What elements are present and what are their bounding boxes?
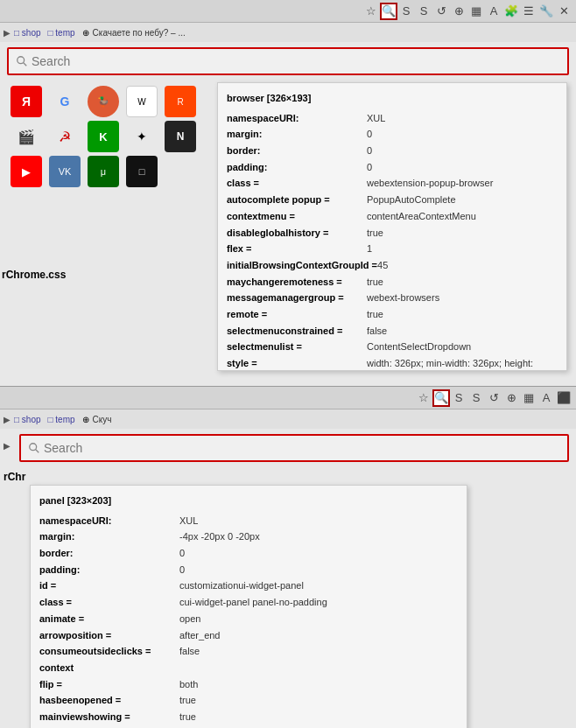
tooltip-title-bottom: panel [323×203]: [39, 493, 458, 509]
grid-icon[interactable]: ▦: [467, 3, 485, 20]
icon-reddit[interactable]: R: [165, 86, 196, 117]
icon-vk[interactable]: VK: [49, 156, 81, 187]
prop-namespaceURI-top: namespaceURI: XUL: [227, 110, 558, 127]
section-bottom: ▶ □ shop □ temp ⊕ Скуч ▶ rChr panel [323…: [0, 410, 576, 728]
prop-consumeoutsideclicks-bot: consumeoutsideclicks = false: [39, 643, 458, 660]
url-bar-bottom: ▶ □ shop □ temp ⊕ Скуч: [0, 410, 576, 429]
search-magnify-icon[interactable]: 🔍: [380, 3, 397, 20]
toolbar-top: ☆ 🔍 S S ↺ ⊕ ▦ A 🧩 ☰ 🔧 ✕: [0, 0, 576, 23]
prop-contextmenu-top: contextmenu = contentAreaContextMenu: [227, 208, 558, 225]
search-icon-bottom: [28, 442, 40, 454]
css-label-top: rChrome.css: [2, 269, 66, 281]
icon-soviet[interactable]: ☭: [49, 121, 81, 152]
globe-icon[interactable]: ⊕: [450, 3, 467, 20]
prop-selectmenulist-top: selectmenulist = ContentSelectDropdown: [227, 339, 558, 355]
prop-namespace-bot: namespaceURI: XUL: [39, 513, 458, 529]
prop-style-top: style = width: 326px; min-width: 326px; …: [227, 355, 558, 371]
prop-class-bot: class = cui-widget-panel panel-no-paddin…: [39, 594, 458, 611]
prop-border-top: border: 0: [227, 143, 558, 159]
css-label-bottom: rChr: [4, 471, 576, 483]
svg-point-0: [18, 57, 25, 64]
wrench-icon[interactable]: 🔧: [537, 3, 555, 20]
star-icon-bottom[interactable]: ☆: [415, 389, 432, 407]
tooltip-panel-top: browser [326×193] namespaceURI: XUL marg…: [217, 82, 567, 371]
icon-unknown2[interactable]: □: [126, 156, 158, 187]
toolbar-bottom: ☆ 🔍 S S ↺ ⊕ ▦ A ⬛: [0, 387, 576, 410]
icon-duckduckgo[interactable]: 🦆: [88, 86, 119, 117]
prop-mainviewshowing-bot: mainviewshowing = true: [39, 709, 458, 725]
url-text-top: Скачаете по небу? – ...: [93, 28, 186, 38]
icon-utorrent[interactable]: μ: [88, 156, 119, 187]
grid-icon-bottom[interactable]: ▦: [520, 389, 537, 407]
search-input-bottom[interactable]: [44, 441, 560, 455]
tooltip-panel-bottom: panel [323×203] namespaceURI: XUL margin…: [30, 485, 467, 728]
svg-line-1: [24, 63, 27, 66]
icon-wikipedia[interactable]: W: [126, 86, 158, 117]
icon-kaspersky[interactable]: K: [88, 121, 119, 152]
url-text-bottom: Скуч: [93, 415, 112, 424]
prop-margin-bot: margin: -4px -20px 0 -20px: [39, 528, 458, 545]
search-bar-top[interactable]: [7, 47, 569, 75]
search-input-top[interactable]: [32, 54, 560, 68]
s-icon-bottom-2[interactable]: S: [467, 389, 485, 407]
icon-unknown1[interactable]: N: [165, 121, 196, 152]
icon-youtube[interactable]: ▶: [11, 156, 42, 187]
url-bar-top: ▶ □ shop □ temp ⊕ Скачаете по небу? – ..…: [0, 23, 576, 42]
prop-hasbeenopened-bot: hasbeenopened = true: [39, 692, 458, 709]
prop-animate-bot: animate = open: [39, 611, 458, 627]
prop-arrowposition-bot: arrowposition = after_end: [39, 627, 458, 644]
puzzle-icon[interactable]: 🧩: [502, 3, 520, 20]
star-icon[interactable]: ☆: [362, 3, 380, 20]
prop-flip-bot: flip = both: [39, 676, 458, 693]
prop-messagemanager-top: messagemanagergroup = webext-browsers: [227, 290, 558, 306]
icon-multi[interactable]: ✦: [126, 121, 158, 152]
prop-flex-top: flex = 1: [227, 241, 558, 257]
prop-remote-top: remote = true: [227, 306, 558, 323]
search-icon-top: [16, 55, 28, 67]
prop-autocomplete-top: autocomplete popup = PopupAutoComplete: [227, 192, 558, 208]
menu-icon-bottom[interactable]: ⬛: [555, 389, 572, 407]
refresh-icon[interactable]: ↺: [432, 3, 450, 20]
prop-maychange-top: maychangeremoteness = true: [227, 274, 558, 290]
svg-line-3: [36, 450, 39, 453]
prop-id-bot: id = customizationui-widget-panel: [39, 578, 458, 594]
search-magnify-icon-bottom[interactable]: 🔍: [432, 389, 450, 407]
prop-border-bot: border: 0: [39, 545, 458, 562]
refresh-icon-bottom[interactable]: ↺: [485, 389, 502, 407]
prop-padding-bot: padding: 0: [39, 562, 458, 578]
menu-icon[interactable]: ☰: [520, 3, 537, 20]
prop-margin-top: margin: 0: [227, 126, 558, 143]
prop-context-bot: context: [39, 660, 458, 676]
s-icon-1[interactable]: S: [397, 3, 415, 20]
icon-yandex[interactable]: Я: [11, 86, 42, 117]
s-icon-bottom-1[interactable]: S: [450, 389, 467, 407]
prop-padding-top: padding: 0: [227, 159, 558, 176]
section-top: ▶ □ shop □ temp ⊕ Скачаете по небу? – ..…: [0, 23, 576, 386]
prop-disableglobal-top: disableglobalhistory = true: [227, 225, 558, 242]
close-icon[interactable]: ✕: [555, 3, 572, 20]
prop-panelopen-bot: panelopen = true: [39, 725, 458, 728]
icon-film[interactable]: 🎬: [11, 121, 42, 152]
a-icon[interactable]: A: [485, 3, 502, 20]
icon-google[interactable]: G: [49, 86, 81, 117]
a-icon-bottom[interactable]: A: [537, 389, 555, 407]
prop-selectmenuconstrained-top: selectmenuconstrained = false: [227, 323, 558, 340]
svg-point-2: [30, 444, 37, 451]
tooltip-title-top: browser [326×193]: [227, 90, 558, 107]
prop-browsing-top: initialBrowsingContextGroupId = 45: [227, 257, 558, 274]
left-indicator: ▶: [0, 429, 16, 451]
globe-icon-bottom[interactable]: ⊕: [502, 389, 520, 407]
prop-class-top: class = webextension-popup-browser: [227, 175, 558, 192]
s-icon-2[interactable]: S: [415, 3, 432, 20]
search-bar-bottom[interactable]: [19, 434, 569, 462]
